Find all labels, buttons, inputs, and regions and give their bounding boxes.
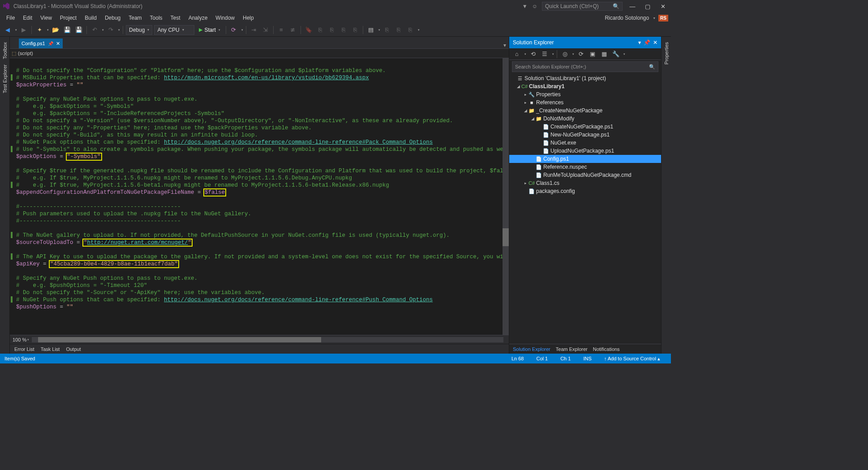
pin-icon[interactable]: 📌 xyxy=(48,41,53,46)
panel-pin-icon[interactable]: 📌 xyxy=(644,39,650,46)
status-col: Col 1 xyxy=(530,356,554,361)
refresh-icon[interactable]: ⟳ xyxy=(576,49,586,59)
nav-forward-button[interactable]: ▶ xyxy=(19,25,29,35)
navigation-bar[interactable]: ⬚ (script) xyxy=(10,48,509,58)
tree-item-config: 📄Config.ps1 xyxy=(509,155,661,163)
solution-tree[interactable]: ☰Solution 'ClassLibrary1' (1 project) ◢C… xyxy=(509,73,661,344)
solution-toolbar: ⌂ ▾ ⟲ ☰ ▾ ◎ ▾ ⟳ ▣ ▦ 🔧 ▾ xyxy=(509,48,661,60)
step-over-icon[interactable]: ⇲ xyxy=(261,25,271,35)
menu-team[interactable]: Team xyxy=(125,13,145,22)
solution-config-combo[interactable]: Debug▾ xyxy=(126,25,152,35)
chevron-down-icon[interactable]: ▾ xyxy=(27,338,29,342)
file-tab-config[interactable]: Config.ps1 📌 ✕ xyxy=(19,38,63,48)
step-into-icon[interactable]: ⇥ xyxy=(249,25,259,35)
close-tab-icon[interactable]: ✕ xyxy=(56,41,60,47)
quick-launch-input[interactable]: Quick Launch (Ctrl+Q) 🔍 xyxy=(542,2,623,11)
tab-error-list[interactable]: Error List xyxy=(14,346,34,352)
home-icon[interactable]: ⌂ xyxy=(512,49,522,59)
new-item-icon[interactable]: ▤ xyxy=(366,25,376,35)
tree-folder-donotmodify: ◢📁DoNotModify xyxy=(509,115,661,123)
status-message: Item(s) Saved xyxy=(4,356,35,361)
chevron-down-icon[interactable]: ▼ xyxy=(653,17,656,20)
script-scope-label: (script) xyxy=(18,51,33,56)
maximize-button[interactable]: ▢ xyxy=(642,3,653,10)
minimize-button[interactable]: — xyxy=(627,3,638,10)
notifications-icon[interactable]: ▼ xyxy=(522,3,528,9)
tab-team-explorer[interactable]: Team Explorer xyxy=(556,346,588,352)
t7-icon[interactable]: ⎘ xyxy=(405,25,415,35)
sync-icon[interactable]: ⟲ xyxy=(528,49,538,59)
new-project-button[interactable]: ✦ xyxy=(34,25,44,35)
menu-project[interactable]: Project xyxy=(56,13,80,22)
tab-task-list[interactable]: Task List xyxy=(41,346,60,352)
menu-debug[interactable]: Debug xyxy=(101,13,124,22)
show-all-icon[interactable]: ▦ xyxy=(599,49,609,59)
menu-test[interactable]: Test xyxy=(167,13,184,22)
vertical-scrollbar[interactable] xyxy=(503,58,509,335)
t1-icon[interactable]: ⎘ xyxy=(315,25,325,35)
tree-solution: ☰Solution 'ClassLibrary1' (1 project) xyxy=(509,74,661,82)
collapse-icon[interactable]: ▣ xyxy=(588,49,597,59)
tree-item: 📄Reference.nuspec xyxy=(509,163,661,171)
bookmark-icon[interactable]: 🔖 xyxy=(304,25,314,35)
toolbox-tab[interactable]: Toolbox xyxy=(1,39,9,62)
tab-notifications[interactable]: Notifications xyxy=(593,346,620,352)
t4-icon[interactable]: ⎘ xyxy=(350,25,360,35)
browser-link-button[interactable]: ⟳ xyxy=(229,25,239,35)
properties-icon[interactable]: 🔧 xyxy=(611,49,621,59)
menu-build[interactable]: Build xyxy=(81,13,100,22)
comment-out-icon[interactable]: ≡ xyxy=(276,25,286,35)
editor-tabs: Config.ps1 📌 ✕ ▾ xyxy=(10,37,509,48)
nav-back-button[interactable]: ◀ xyxy=(3,25,13,35)
tree-item: 📄New-NuGetPackage.ps1 xyxy=(509,131,661,139)
t3-icon[interactable]: ⎘ xyxy=(339,25,348,35)
uncomment-icon[interactable]: ≢ xyxy=(288,25,298,35)
redo-button[interactable]: ↷ xyxy=(106,25,116,35)
t2-icon[interactable]: ⎘ xyxy=(327,25,337,35)
panel-close-icon[interactable]: ✕ xyxy=(653,39,657,46)
panel-dropdown-icon[interactable]: ▾ xyxy=(638,39,641,46)
test-explorer-tab[interactable]: Test Explorer xyxy=(1,62,9,96)
pending-icon[interactable]: ☰ xyxy=(540,49,550,59)
horizontal-scrollbar[interactable] xyxy=(32,337,503,342)
user-name[interactable]: Ricardo Sotolongo xyxy=(605,15,649,21)
solution-platform-combo[interactable]: Any CPU▾ xyxy=(154,25,194,35)
tree-references: ▸■References xyxy=(509,98,661,107)
close-button[interactable]: ✕ xyxy=(657,3,668,10)
t6-icon[interactable]: ⎘ xyxy=(394,25,404,35)
tree-item-class1: ▸C#Class1.cs xyxy=(509,179,661,187)
tab-solution-explorer[interactable]: Solution Explorer xyxy=(513,346,550,352)
window-title: ClassLibrary1 - Microsoft Visual Studio … xyxy=(13,3,142,9)
menu-tools[interactable]: Tools xyxy=(146,13,166,22)
titlebar: ClassLibrary1 - Microsoft Visual Studio … xyxy=(0,0,671,13)
menu-view[interactable]: View xyxy=(37,13,56,22)
open-file-button[interactable]: 📂 xyxy=(51,25,60,35)
properties-tab[interactable]: Properties xyxy=(663,39,670,67)
t5-icon[interactable]: ⎘ xyxy=(382,25,392,35)
status-line: Ln 68 xyxy=(505,356,530,361)
file-tab-label: Config.ps1 xyxy=(21,41,45,46)
tree-project: ◢C#ClassLibrary1 xyxy=(509,82,661,90)
save-button[interactable]: 💾 xyxy=(62,25,72,35)
undo-button[interactable]: ↶ xyxy=(90,25,99,35)
bottom-tool-tabs: Error List Task List Output xyxy=(10,344,509,354)
zoom-level[interactable]: 100 % xyxy=(13,337,26,342)
menu-help[interactable]: Help xyxy=(239,13,258,22)
tab-overflow-icon[interactable]: ▾ xyxy=(501,42,509,48)
menu-window[interactable]: Window xyxy=(212,13,238,22)
menu-analyze[interactable]: Analyze xyxy=(185,13,211,22)
user-badge[interactable]: RS xyxy=(658,15,668,21)
scope-icon[interactable]: ◎ xyxy=(560,49,570,59)
tab-output[interactable]: Output xyxy=(66,346,81,352)
tree-item: 📄NuGet.exe xyxy=(509,139,661,147)
script-scope-icon: ⬚ xyxy=(12,51,16,56)
save-all-button[interactable]: 💾 xyxy=(74,25,84,35)
status-source-control[interactable]: ↑ Add to Source Control ▴ xyxy=(598,356,666,362)
menu-file[interactable]: File xyxy=(3,13,18,22)
solution-search-input[interactable]: Search Solution Explorer (Ctrl+;) 🔍 xyxy=(512,61,658,72)
start-debug-button[interactable]: ▶Start▾ xyxy=(196,25,223,35)
code-editor[interactable]: # Do not specify the "Configuration" or … xyxy=(10,58,509,312)
feedback-icon[interactable]: ☺ xyxy=(532,3,537,9)
menu-edit[interactable]: Edit xyxy=(19,13,36,22)
search-icon: 🔍 xyxy=(649,64,655,70)
